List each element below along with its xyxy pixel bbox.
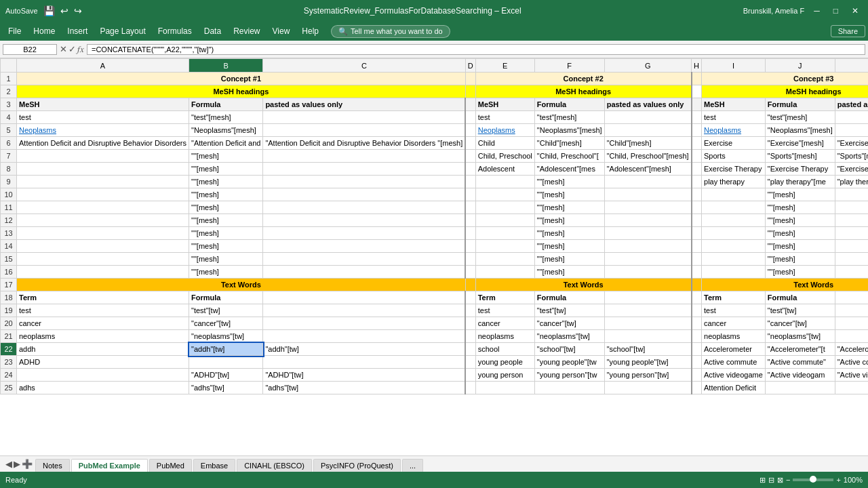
cell[interactable] bbox=[702, 240, 766, 253]
cell[interactable]: MeSH bbox=[702, 98, 766, 111]
tab-cinahl[interactable]: CINAHL (EBSCO) bbox=[237, 459, 312, 472]
cell[interactable] bbox=[692, 240, 702, 253]
cell[interactable] bbox=[702, 253, 766, 266]
cell[interactable]: ""[mesh] bbox=[534, 266, 604, 279]
cell[interactable] bbox=[702, 214, 766, 227]
cell[interactable] bbox=[702, 266, 766, 279]
cell[interactable] bbox=[692, 137, 702, 150]
zoom-out-button[interactable]: − bbox=[786, 476, 790, 484]
cell[interactable] bbox=[465, 291, 475, 304]
cell[interactable] bbox=[17, 240, 189, 253]
menu-data[interactable]: Data bbox=[199, 24, 226, 38]
cell[interactable]: ""[mesh] bbox=[189, 227, 263, 240]
cell[interactable]: "Exercise Therapy bbox=[765, 163, 835, 176]
add-sheet-icon[interactable]: ➕ bbox=[22, 459, 33, 469]
cell[interactable] bbox=[263, 253, 465, 266]
cell[interactable] bbox=[702, 201, 766, 214]
cell[interactable]: Child bbox=[475, 137, 534, 150]
cell[interactable]: Concept #3 bbox=[702, 73, 868, 85]
cell[interactable]: "test"[tw] bbox=[534, 304, 604, 317]
cell[interactable] bbox=[692, 188, 702, 201]
col-header-B[interactable]: B bbox=[189, 59, 263, 73]
view-pagebreak-icon[interactable]: ⊠ bbox=[777, 476, 783, 485]
cell[interactable]: MeSH headings bbox=[17, 85, 466, 98]
col-header-A[interactable]: A bbox=[17, 59, 189, 73]
cell[interactable]: neoplasms bbox=[702, 330, 766, 343]
cell[interactable]: "school"[tw] bbox=[604, 343, 691, 356]
cell[interactable]: Exercise Therapy bbox=[702, 163, 766, 176]
tell-me-input[interactable]: 🔍 Tell me what you want to do bbox=[331, 25, 450, 38]
cell[interactable]: MeSH headings bbox=[475, 85, 691, 98]
zoom-slider[interactable] bbox=[793, 479, 833, 481]
cell[interactable] bbox=[465, 201, 475, 214]
cell[interactable] bbox=[465, 369, 475, 382]
cell[interactable] bbox=[465, 150, 475, 163]
cell[interactable] bbox=[604, 124, 691, 137]
cell[interactable]: ""[mesh] bbox=[765, 188, 835, 201]
cell[interactable] bbox=[692, 382, 702, 394]
cell[interactable]: ""[mesh] bbox=[189, 266, 263, 279]
cell[interactable] bbox=[465, 137, 475, 150]
cell[interactable]: cancer bbox=[702, 317, 766, 330]
menu-insert[interactable]: Insert bbox=[62, 24, 93, 38]
cell[interactable]: ""[mesh] bbox=[534, 188, 604, 201]
tab-pubmed-example[interactable]: PubMed Example bbox=[71, 459, 148, 472]
cell[interactable]: Concept #2 bbox=[475, 73, 691, 85]
cell[interactable]: Sports bbox=[702, 150, 766, 163]
cell[interactable]: pasted as values only bbox=[604, 98, 691, 111]
cell[interactable] bbox=[692, 111, 702, 124]
sheet-next-icon[interactable]: ▶ bbox=[14, 459, 20, 469]
cell[interactable]: Formula bbox=[189, 98, 263, 111]
cell[interactable] bbox=[835, 317, 868, 330]
cell[interactable] bbox=[692, 201, 702, 214]
cell[interactable]: test bbox=[17, 111, 189, 124]
redo-icon[interactable]: ↪ bbox=[74, 5, 82, 16]
cell[interactable] bbox=[263, 356, 465, 369]
cell[interactable]: "Active commute"[tw] bbox=[835, 356, 868, 369]
cell[interactable] bbox=[835, 111, 868, 124]
menu-review[interactable]: Review bbox=[228, 24, 265, 38]
cell[interactable] bbox=[263, 291, 465, 304]
cell[interactable]: MeSH bbox=[17, 98, 189, 111]
cell[interactable]: Neoplasms bbox=[17, 124, 189, 137]
cell[interactable]: test bbox=[702, 111, 766, 124]
cell[interactable]: "test"[mesh] bbox=[534, 111, 604, 124]
cell[interactable]: ""[mesh] bbox=[534, 176, 604, 188]
col-header-D[interactable]: D bbox=[465, 59, 475, 73]
tab-psycinfo[interactable]: PsycINFO (ProQuest) bbox=[313, 459, 401, 472]
cell[interactable] bbox=[702, 227, 766, 240]
cell[interactable] bbox=[835, 291, 868, 304]
cell[interactable] bbox=[475, 266, 534, 279]
cell[interactable]: pasted as values only bbox=[835, 98, 868, 111]
cell[interactable] bbox=[835, 304, 868, 317]
cell[interactable]: ""[mesh] bbox=[534, 214, 604, 227]
cell[interactable]: test bbox=[17, 304, 189, 317]
cell[interactable] bbox=[465, 176, 475, 188]
menu-file[interactable]: File bbox=[3, 24, 26, 38]
cell[interactable] bbox=[835, 227, 868, 240]
cell[interactable] bbox=[692, 176, 702, 188]
cell[interactable]: Formula bbox=[534, 291, 604, 304]
cell[interactable] bbox=[692, 98, 702, 111]
cell[interactable]: "Neoplasms"[mesh] bbox=[189, 124, 263, 137]
col-header-K[interactable]: K bbox=[835, 59, 868, 73]
cell[interactable] bbox=[835, 382, 868, 394]
cell[interactable]: "Active videogame"[tw] bbox=[835, 369, 868, 382]
cell[interactable]: "Accelerometer"[tw] bbox=[835, 343, 868, 356]
cell[interactable]: "Child"[mesh] bbox=[604, 137, 691, 150]
cell[interactable] bbox=[465, 85, 475, 98]
col-header-H[interactable]: H bbox=[692, 59, 702, 73]
cell[interactable]: "Exercise"[mesh] bbox=[835, 137, 868, 150]
cell[interactable]: Active videogame bbox=[702, 369, 766, 382]
cell[interactable]: MeSH headings bbox=[702, 85, 868, 98]
cell[interactable]: Formula bbox=[765, 98, 835, 111]
cell[interactable] bbox=[692, 253, 702, 266]
cell[interactable] bbox=[692, 214, 702, 227]
cell[interactable]: "Neoplasms"[mesh] bbox=[765, 124, 835, 137]
cell[interactable]: "cancer"[tw] bbox=[534, 317, 604, 330]
cell[interactable]: cancer bbox=[475, 317, 534, 330]
cell[interactable]: "test"[mesh] bbox=[765, 111, 835, 124]
cell[interactable]: addh bbox=[17, 343, 189, 356]
cell[interactable] bbox=[604, 253, 691, 266]
cell[interactable] bbox=[604, 214, 691, 227]
